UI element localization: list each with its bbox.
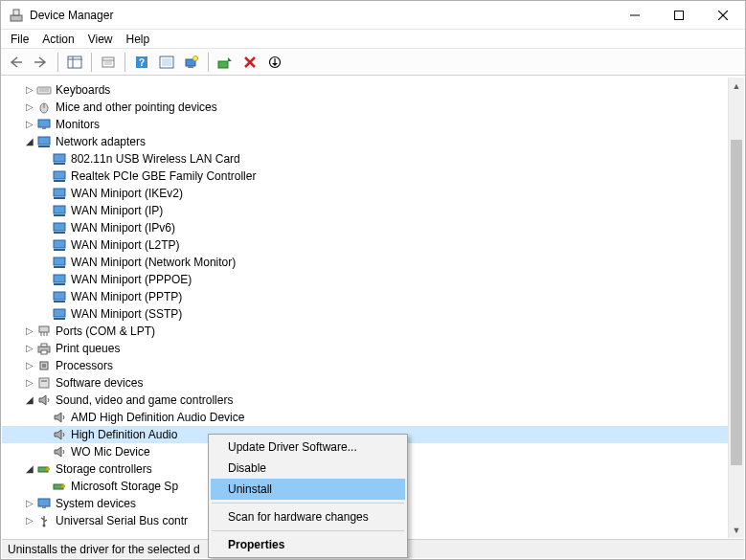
menu-item-label: Update Driver Software... (228, 440, 357, 454)
tree-label: Network adapters (56, 135, 146, 148)
close-button[interactable] (701, 1, 745, 30)
expand-arrow-icon[interactable]: ▷ (23, 325, 36, 336)
tree-label: High Definition Audio (71, 428, 177, 441)
context-menu-disable[interactable]: Disable (211, 458, 405, 479)
tree-item-net-3[interactable]: WAN Miniport (IP) (2, 202, 728, 219)
tree-label: Universal Serial Bus contr (56, 514, 188, 527)
expand-arrow-icon[interactable]: ▷ (23, 498, 36, 508)
svg-rect-62 (39, 378, 49, 388)
uninstall-button[interactable] (238, 52, 261, 73)
context-menu-uninstall[interactable]: Uninstall (211, 479, 405, 500)
window-title: Device Manager (30, 9, 613, 22)
tree-item-keyboards[interactable]: ▷ Keyboards (2, 81, 728, 99)
svg-rect-29 (38, 120, 50, 127)
toolbar-separator (124, 53, 125, 72)
svg-rect-58 (41, 344, 47, 347)
scroll-thumb[interactable] (731, 140, 742, 465)
tree-item-processors[interactable]: ▷ Processors (2, 357, 728, 374)
tree-item-net-4[interactable]: WAN Miniport (IPv6) (2, 219, 728, 236)
tree-item-network-adapters[interactable]: ◢ Network adapters (2, 133, 728, 150)
tree-item-net-1[interactable]: Realtek PCIe GBE Family Controller (2, 168, 728, 185)
expand-arrow-icon[interactable]: ▷ (23, 515, 36, 526)
ports-icon (36, 324, 52, 339)
svg-rect-37 (54, 189, 65, 196)
svg-rect-3 (675, 11, 684, 19)
tree-item-net-0[interactable]: 802.11n USB Wireless LAN Card (2, 150, 728, 168)
tree-item-sound-0[interactable]: AMD High Definition Audio Device (2, 409, 728, 426)
svg-point-67 (61, 484, 65, 488)
expand-arrow-icon[interactable]: ▷ (23, 84, 36, 95)
context-menu-properties[interactable]: Properties (211, 534, 405, 555)
menu-view[interactable]: View (88, 33, 113, 46)
scroll-up-button[interactable]: ▲ (729, 78, 744, 94)
menu-action[interactable]: Action (42, 33, 74, 46)
svg-point-70 (43, 525, 46, 527)
network-adapter-icon (36, 134, 52, 149)
storage-controller-icon (36, 461, 52, 477)
tree-item-net-8[interactable]: WAN Miniport (PPTP) (2, 288, 728, 305)
disable-button[interactable] (263, 52, 286, 73)
update-driver-button[interactable] (214, 52, 237, 73)
tree-item-net-6[interactable]: WAN Miniport (Network Monitor) (2, 254, 728, 271)
network-adapter-icon (52, 220, 67, 235)
svg-rect-51 (54, 309, 65, 317)
tree-item-sound[interactable]: ◢ Sound, video and game controllers (2, 392, 728, 409)
properties-button[interactable] (97, 52, 120, 73)
expand-arrow-icon[interactable]: ▷ (23, 119, 36, 129)
svg-rect-45 (54, 258, 65, 265)
expand-arrow-icon[interactable]: ▷ (23, 360, 36, 370)
svg-rect-43 (54, 240, 65, 248)
forward-button[interactable] (30, 52, 53, 73)
tree-label: 802.11n USB Wireless LAN Card (71, 152, 240, 166)
network-adapter-icon (52, 203, 67, 218)
svg-rect-20 (218, 61, 228, 68)
tree-label: WAN Miniport (Network Monitor) (71, 256, 236, 269)
tree-item-ports[interactable]: ▷ Ports (COM & LPT) (2, 323, 728, 340)
svg-rect-61 (42, 364, 46, 368)
window-controls (613, 1, 745, 30)
tree-label: Software devices (56, 376, 143, 390)
tree-item-net-7[interactable]: WAN Miniport (PPPOE) (2, 271, 728, 288)
device-manager-icon (9, 8, 24, 23)
menu-item-label: Disable (228, 461, 266, 475)
tree-item-net-9[interactable]: WAN Miniport (SSTP) (2, 305, 728, 323)
speaker-icon (36, 392, 52, 408)
scroll-down-button[interactable]: ▼ (729, 522, 744, 538)
tree-item-monitors[interactable]: ▷ Monitors (2, 116, 728, 133)
menu-help[interactable]: Help (126, 33, 150, 46)
svg-rect-68 (38, 499, 50, 506)
help-button[interactable]: ? (130, 52, 153, 73)
collapse-arrow-icon[interactable]: ◢ (23, 136, 36, 146)
tree-item-net-5[interactable]: WAN Miniport (L2TP) (2, 236, 728, 254)
context-menu-scan[interactable]: Scan for hardware changes (211, 506, 405, 527)
expand-arrow-icon[interactable]: ▷ (23, 101, 36, 112)
tree-item-net-2[interactable]: WAN Miniport (IKEv2) (2, 185, 728, 202)
statusbar-text: Uninstalls the driver for the selected d (8, 543, 200, 556)
tree-label: WAN Miniport (IP) (71, 204, 163, 217)
maximize-button[interactable] (657, 1, 701, 30)
svg-rect-33 (54, 154, 65, 162)
network-adapter-icon (52, 168, 67, 184)
minimize-button[interactable] (613, 1, 657, 30)
back-button[interactable] (5, 52, 28, 73)
tree-item-mice[interactable]: ▷ Mice and other pointing devices (2, 99, 728, 116)
tree-label: WAN Miniport (IPv6) (71, 221, 175, 235)
collapse-arrow-icon[interactable]: ◢ (23, 463, 36, 474)
vertical-scrollbar[interactable]: ▲ ▼ (728, 78, 744, 538)
expand-arrow-icon[interactable]: ▷ (23, 343, 36, 353)
show-hide-tree-button[interactable] (63, 52, 86, 73)
network-adapter-icon (52, 289, 67, 304)
toolbar-separator (57, 53, 58, 72)
scan-hardware-button[interactable] (180, 52, 203, 73)
svg-rect-49 (54, 292, 65, 300)
tree-item-print-queues[interactable]: ▷ Print queues (2, 340, 728, 357)
action-center-button[interactable] (155, 52, 178, 73)
collapse-arrow-icon[interactable]: ◢ (23, 394, 36, 405)
svg-rect-0 (11, 15, 22, 21)
context-menu-update-driver[interactable]: Update Driver Software... (211, 437, 405, 458)
system-devices-icon (36, 496, 52, 511)
tree-item-software-devices[interactable]: ▷ Software devices (2, 374, 728, 392)
menu-file[interactable]: File (11, 33, 29, 46)
tree-label: AMD High Definition Audio Device (71, 411, 244, 424)
expand-arrow-icon[interactable]: ▷ (23, 377, 36, 388)
